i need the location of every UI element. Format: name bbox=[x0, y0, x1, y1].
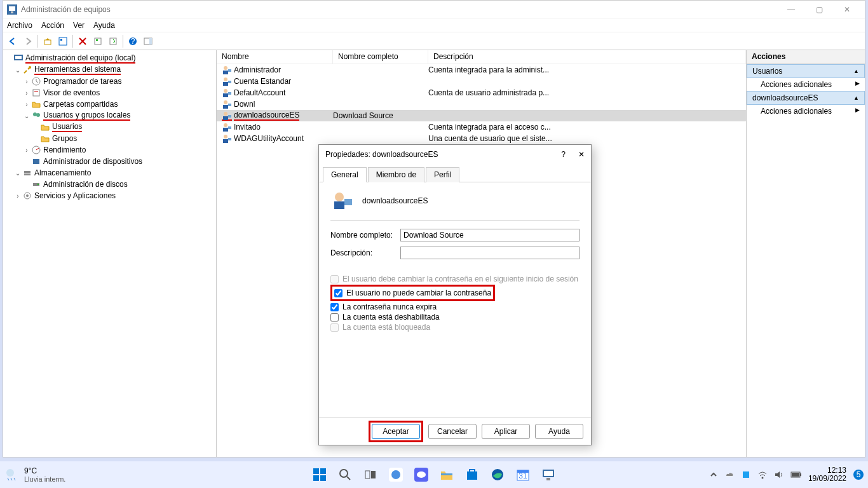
svg-rect-59 bbox=[365, 471, 370, 478]
weather-desc: Lluvia interm. bbox=[24, 475, 65, 483]
twisty-icon[interactable]: › bbox=[22, 78, 31, 85]
svg-point-62 bbox=[391, 470, 400, 479]
col-desc[interactable]: Descripción bbox=[428, 50, 746, 64]
dialog-username: downloadsourceES bbox=[362, 196, 428, 205]
user-row[interactable]: downloadsourceESDownload Source bbox=[217, 110, 746, 121]
user-row[interactable]: InvitadoCuenta integrada para el acceso … bbox=[217, 121, 746, 133]
tree-devmgr[interactable]: Administrador de dispositivos bbox=[43, 157, 142, 166]
help-button[interactable]: ? bbox=[126, 34, 140, 48]
actions-section-users[interactable]: Usuarios▲ bbox=[747, 64, 865, 78]
forward-button[interactable] bbox=[21, 34, 35, 48]
tray-chevron-icon[interactable] bbox=[709, 470, 718, 479]
actions-more-users[interactable]: Acciones adicionales▶ bbox=[747, 78, 865, 91]
input-fullname[interactable] bbox=[400, 229, 580, 241]
menu-help[interactable]: Ayuda bbox=[93, 21, 115, 30]
user-row[interactable]: DefaultAccountCuenta de usuario administ… bbox=[217, 87, 746, 98]
search-button[interactable] bbox=[337, 466, 353, 483]
app-icon bbox=[7, 4, 17, 15]
delete-button[interactable] bbox=[76, 34, 90, 48]
tree-storage[interactable]: Almacenamiento bbox=[34, 168, 91, 177]
nav-tree[interactable]: Administración del equipo (local) ⌄Herra… bbox=[3, 50, 217, 457]
user-row[interactable]: Cuenta Estandar bbox=[217, 76, 746, 87]
button-cancel[interactable]: Cancelar bbox=[428, 424, 477, 439]
user-row[interactable]: WDAGUtilityAccountUna cuenta de usuario … bbox=[217, 133, 746, 144]
properties-button[interactable] bbox=[56, 34, 70, 48]
maximize-button[interactable]: ▢ bbox=[805, 1, 833, 18]
checkbox-cannotchange[interactable] bbox=[334, 289, 342, 297]
svg-rect-54 bbox=[313, 468, 319, 474]
tray-notification-icon[interactable]: 5 bbox=[853, 469, 864, 480]
button-help[interactable]: Ayuda bbox=[535, 424, 583, 439]
taskview-button[interactable] bbox=[362, 466, 379, 483]
twisty-icon[interactable]: ⌄ bbox=[13, 170, 22, 177]
user-icon bbox=[222, 111, 232, 121]
tree-usersgroups[interactable]: Usuarios y grupos locales bbox=[43, 111, 130, 121]
taskbar-calendar[interactable]: 31 bbox=[515, 466, 531, 483]
back-button[interactable] bbox=[6, 34, 20, 48]
col-fullname[interactable]: Nombre completo bbox=[333, 50, 428, 64]
svg-rect-4 bbox=[59, 37, 67, 45]
svg-point-44 bbox=[224, 123, 227, 127]
checkbox-disabled[interactable] bbox=[330, 313, 339, 322]
toolbar: ? bbox=[3, 32, 865, 50]
menu-view[interactable]: Ver bbox=[73, 21, 85, 30]
tab-profile[interactable]: Perfil bbox=[426, 167, 459, 182]
user-row[interactable]: Downl bbox=[217, 98, 746, 110]
actions-section-user[interactable]: downloadsourceES▲ bbox=[747, 91, 865, 105]
help-icon[interactable]: ? bbox=[561, 150, 566, 159]
tree-tasksched[interactable]: Programador de tareas bbox=[43, 77, 121, 86]
menubar: Archivo Acción Ver Ayuda bbox=[3, 18, 865, 32]
twisty-icon[interactable]: ⌄ bbox=[22, 112, 31, 119]
tree-shared[interactable]: Carpetas compartidas bbox=[43, 100, 118, 109]
tree-groups[interactable]: Grupos bbox=[52, 134, 77, 143]
taskbar-explorer[interactable] bbox=[438, 466, 455, 483]
taskbar-edge[interactable] bbox=[489, 466, 506, 483]
twisty-icon[interactable]: ⌄ bbox=[13, 67, 22, 74]
button-ok[interactable]: Aceptar bbox=[372, 424, 420, 439]
close-button[interactable]: ✕ bbox=[833, 1, 861, 18]
tree-users[interactable]: Usuarios bbox=[52, 122, 82, 132]
button-apply[interactable]: Aplicar bbox=[482, 424, 530, 439]
twisty-icon[interactable]: › bbox=[22, 101, 31, 108]
svg-point-41 bbox=[224, 112, 227, 116]
dialog-close-button[interactable]: ✕ bbox=[578, 150, 585, 159]
tree-events[interactable]: Visor de eventos bbox=[43, 88, 100, 97]
export-button[interactable] bbox=[106, 34, 120, 48]
tray-clock[interactable]: 12:13 19/09/2022 bbox=[808, 466, 846, 483]
taskbar-store[interactable] bbox=[464, 466, 480, 483]
taskbar-app-1[interactable] bbox=[388, 466, 404, 483]
actions-more-user[interactable]: Acciones adicionales▶ bbox=[747, 105, 865, 118]
svg-rect-2 bbox=[11, 11, 13, 13]
tree-services[interactable]: Servicios y Aplicaciones bbox=[34, 191, 116, 200]
tray-wifi-icon[interactable] bbox=[757, 470, 768, 480]
up-button[interactable] bbox=[41, 34, 55, 48]
start-button[interactable] bbox=[311, 466, 328, 483]
weather-widget[interactable]: 9°C Lluvia interm. bbox=[24, 466, 65, 483]
tree-diskmgr[interactable]: Administración de discos bbox=[43, 180, 128, 189]
tab-general[interactable]: General bbox=[323, 167, 367, 182]
tab-memberof[interactable]: Miembro de bbox=[368, 167, 424, 182]
label-mustchange: El usuario debe cambiar la contraseña en… bbox=[342, 274, 578, 283]
tree-perf[interactable]: Rendimiento bbox=[43, 146, 86, 154]
tray-volume-icon[interactable] bbox=[774, 470, 784, 480]
refresh-button[interactable] bbox=[91, 34, 105, 48]
user-row[interactable]: AdministradorCuenta integrada para la ad… bbox=[217, 64, 746, 76]
panel-button[interactable] bbox=[141, 34, 155, 48]
twisty-icon[interactable]: › bbox=[22, 90, 31, 97]
tree-root[interactable]: Administración del equipo (local) bbox=[25, 53, 135, 64]
weather-icon[interactable] bbox=[4, 466, 20, 483]
taskbar-compmgmt[interactable] bbox=[540, 466, 557, 483]
minimize-button[interactable]: — bbox=[777, 1, 805, 18]
checkbox-neverexpire[interactable] bbox=[330, 303, 339, 311]
twisty-icon[interactable]: › bbox=[13, 193, 22, 200]
taskbar-app-2[interactable] bbox=[413, 466, 430, 483]
tray-onedrive-icon[interactable] bbox=[724, 470, 735, 480]
tray-battery-icon[interactable] bbox=[790, 471, 802, 478]
twisty-icon[interactable]: › bbox=[22, 147, 31, 154]
input-description[interactable] bbox=[400, 247, 580, 259]
tree-systools[interactable]: Herramientas del sistema bbox=[34, 65, 121, 75]
col-name[interactable]: Nombre bbox=[217, 50, 333, 64]
menu-action[interactable]: Acción bbox=[41, 21, 64, 30]
menu-file[interactable]: Archivo bbox=[7, 21, 32, 30]
tray-app-icon[interactable] bbox=[741, 470, 751, 480]
